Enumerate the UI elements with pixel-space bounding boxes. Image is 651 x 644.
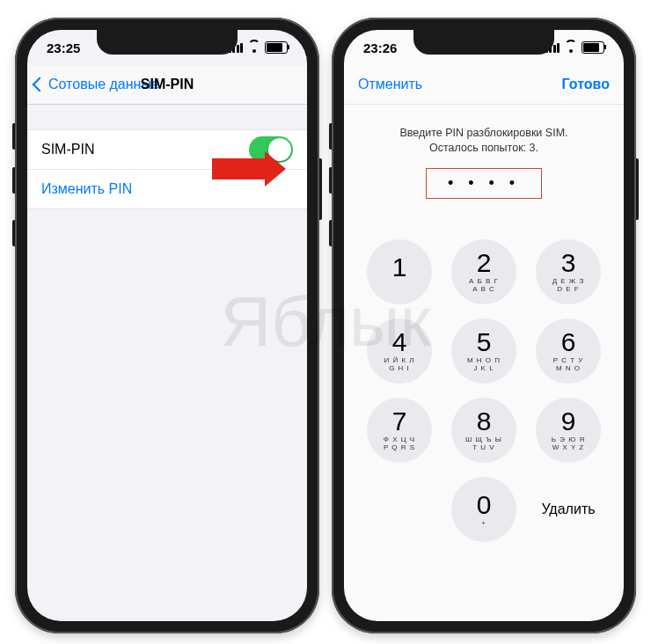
- key-5[interactable]: 5 М Н О П J K L: [451, 318, 516, 384]
- chevron-left-icon: [33, 77, 48, 92]
- screen-pin: 23:26 Отменить Готово Введите PIN разбло…: [344, 30, 624, 621]
- key-1[interactable]: 1: [367, 239, 432, 304]
- key-6[interactable]: 6 Р С Т У M N O: [536, 318, 601, 384]
- keypad: 1 2 А Б В Г A B C 3 Д Е Ж З D E F 4: [362, 239, 606, 542]
- done-button[interactable]: Готово: [562, 77, 610, 92]
- key-4[interactable]: 4 И Й К Л G H I: [367, 318, 432, 384]
- battery-icon: [265, 41, 288, 54]
- phone-frame-left: 23:25 Сотовые данные SIM-PIN SIM-PIN: [15, 18, 319, 633]
- delete-button[interactable]: Удалить: [536, 477, 601, 542]
- wifi-icon: [247, 43, 260, 53]
- battery-icon: [582, 41, 604, 54]
- screen-settings: 23:25 Сотовые данные SIM-PIN SIM-PIN: [27, 30, 307, 621]
- key-7[interactable]: 7 Ф Х Ц Ч P Q R S: [367, 398, 432, 463]
- key-9[interactable]: 9 Ь Э Ю Я W X Y Z: [536, 398, 601, 463]
- key-8[interactable]: 8 Ш Щ Ъ Ы T U V: [451, 398, 516, 463]
- key-2[interactable]: 2 А Б В Г A B C: [451, 239, 516, 304]
- wifi-icon: [564, 43, 577, 53]
- back-button[interactable]: Сотовые данные: [27, 77, 159, 92]
- pin-nav-bar: Отменить Готово: [344, 65, 624, 105]
- key-blank: [367, 477, 432, 542]
- change-pin-label: Изменить PIN: [41, 181, 132, 197]
- notch: [413, 30, 554, 55]
- key-0[interactable]: 0 +: [451, 477, 516, 542]
- cancel-button[interactable]: Отменить: [358, 77, 422, 92]
- annotation-arrow-toggle: [212, 153, 286, 185]
- phone-frame-right: 23:26 Отменить Готово Введите PIN разбло…: [332, 18, 636, 633]
- key-3[interactable]: 3 Д Е Ж З D E F: [536, 239, 601, 304]
- sim-pin-label: SIM-PIN: [41, 142, 94, 157]
- pin-input[interactable]: • • • •: [426, 168, 542, 199]
- status-time: 23:25: [47, 40, 99, 55]
- notch: [97, 30, 238, 55]
- status-time: 23:26: [363, 40, 416, 55]
- nav-bar: Сотовые данные SIM-PIN: [27, 65, 307, 105]
- page-title: SIM-PIN: [141, 77, 194, 92]
- pin-instruction: Введите PIN разблокировки SIM. Осталось …: [378, 126, 589, 156]
